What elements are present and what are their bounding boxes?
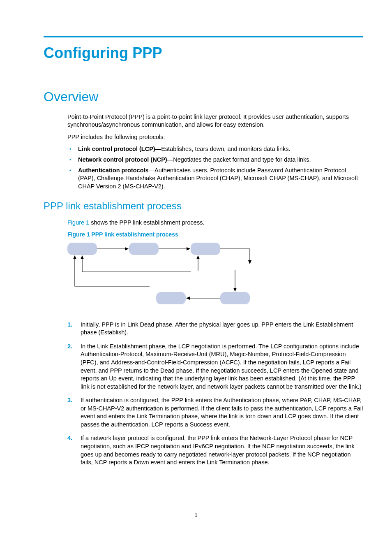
arrow [82, 256, 191, 272]
protocol-list: Link control protocol (LCP)—Establishes,… [67, 145, 363, 190]
overview-para-1: Point-to-Point Protocol (PPP) is a point… [67, 113, 363, 129]
document-title: Configuring PPP [44, 43, 363, 63]
list-item: Link control protocol (LCP)—Establishes,… [67, 145, 363, 153]
state-node [191, 243, 220, 255]
state-node [67, 243, 97, 255]
step-list: Initially, PPP is in Link Dead phase. Af… [67, 321, 363, 467]
bullet-bold: Authentication protocols [78, 167, 149, 174]
figure-reference: Figure 1 [67, 219, 89, 226]
link-process-heading: PPP link establishment process [44, 199, 363, 213]
bullet-rest: —Negotiates the packet format and type f… [167, 156, 311, 163]
step-item: If a network layer protocol is configure… [67, 434, 363, 466]
state-node [220, 292, 250, 304]
bullet-rest: —Establishes, tears down, and monitors d… [155, 146, 291, 152]
diagram-svg [67, 241, 281, 311]
figure-caption: Figure 1 PPP link establishment process [67, 231, 363, 239]
arrow [220, 249, 250, 264]
list-item: Network control protocol (NCP)—Negotiate… [67, 156, 363, 164]
step-item: In the Link Establishment phase, the LCP… [67, 343, 363, 391]
step-item: If authentication is configured, the PPP… [67, 396, 363, 429]
figure-intro-rest: shows the PPP link establishment process… [89, 219, 204, 226]
title-rule [44, 36, 363, 37]
list-item: Authentication protocols—Authenticates u… [67, 167, 363, 191]
figure-intro: Figure 1 shows the PPP link establishmen… [67, 219, 363, 227]
page-number: 1 [0, 512, 392, 519]
overview-para-2: PPP includes the following protocols: [67, 133, 363, 141]
overview-heading: Overview [44, 88, 363, 106]
state-node [156, 292, 186, 304]
state-node [129, 243, 159, 255]
state-diagram [67, 241, 363, 313]
link-process-body: Figure 1 shows the PPP link establishmen… [67, 219, 363, 467]
bullet-bold: Network control protocol (NCP) [78, 156, 167, 163]
arrow [75, 256, 150, 286]
step-item: Initially, PPP is in Link Dead phase. Af… [67, 321, 363, 337]
overview-body: Point-to-Point Protocol (PPP) is a point… [67, 113, 363, 191]
bullet-bold: Link control protocol (LCP) [78, 146, 155, 152]
